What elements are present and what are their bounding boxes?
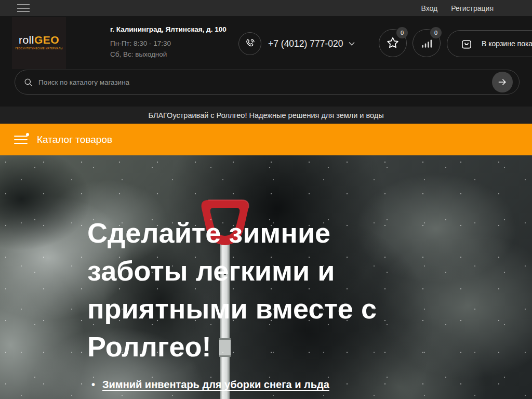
logo-text: rollGEO <box>19 34 59 45</box>
catalog-label: Каталог товаров <box>37 134 112 145</box>
shopping-bag-icon <box>460 37 473 50</box>
menu-icon[interactable] <box>17 4 30 12</box>
header: rollGEO ГЕОСИНТЕТИЧЕСКИЕ МАТЕРИАЛЫ г. Ка… <box>0 16 532 107</box>
hero-banner: Сделайте зимние заботы легкими и приятны… <box>0 155 532 399</box>
search-submit-button[interactable] <box>492 72 513 92</box>
hours-weekend: Сб, Вс: выходной <box>110 49 227 60</box>
catalog-button[interactable]: Каталог товаров <box>0 124 532 155</box>
page: Вход Регистрация rollGEO ГЕОСИНТЕТИЧЕСКИ… <box>0 0 532 399</box>
hero-title: Сделайте зимние заботы легкими и приятны… <box>87 214 451 366</box>
search-icon <box>23 77 33 87</box>
contact-info: г. Калининград, Ялтинская, д. 100 Пн-Пт:… <box>110 25 227 60</box>
compare-button[interactable]: 0 <box>413 29 441 57</box>
logo[interactable]: rollGEO ГЕОСИНТЕТИЧЕСКИЕ МАТЕРИАЛЫ <box>12 17 66 69</box>
phone-number[interactable]: +7 (4012) 777-020 <box>268 32 355 55</box>
list-item: Зимний инвентарь для уборки снега и льда <box>91 379 329 391</box>
promo-banner: БЛАГОустраивай с Роллгео! Надежные решен… <box>0 107 532 124</box>
top-bar: Вход Регистрация <box>0 0 532 16</box>
winter-inventory-link[interactable]: Зимний инвентарь для уборки снега и льда <box>102 379 329 391</box>
search-bar <box>15 70 520 95</box>
cart-label: В корзине пока <box>482 39 532 48</box>
star-icon <box>385 36 400 50</box>
favorites-button[interactable]: 0 <box>379 29 407 57</box>
arrow-right-icon <box>497 77 508 87</box>
compare-count-badge: 0 <box>430 27 442 38</box>
auth-links: Вход Регистрация <box>421 0 494 16</box>
store-address: г. Калининград, Ялтинская, д. 100 <box>110 25 227 33</box>
hours-weekdays: Пн-Пт: 8:30 - 17:30 <box>110 38 227 49</box>
phone-icon[interactable] <box>238 32 261 55</box>
logo-tagline: ГЕОСИНТЕТИЧЕСКИЕ МАТЕРИАЛЫ <box>15 47 62 50</box>
phone-number-text: +7 (4012) 777-020 <box>268 38 343 49</box>
hero-links: Зимний инвентарь для уборки снега и льда <box>91 379 329 391</box>
catalog-menu-icon <box>14 136 28 144</box>
search-input[interactable] <box>38 78 492 86</box>
bar-chart-icon <box>420 36 433 50</box>
chevron-down-icon <box>349 42 355 46</box>
login-link[interactable]: Вход <box>421 4 437 12</box>
cart-button[interactable]: В корзине пока <box>447 30 532 57</box>
favorites-count-badge: 0 <box>396 27 408 38</box>
register-link[interactable]: Регистрация <box>451 4 494 12</box>
